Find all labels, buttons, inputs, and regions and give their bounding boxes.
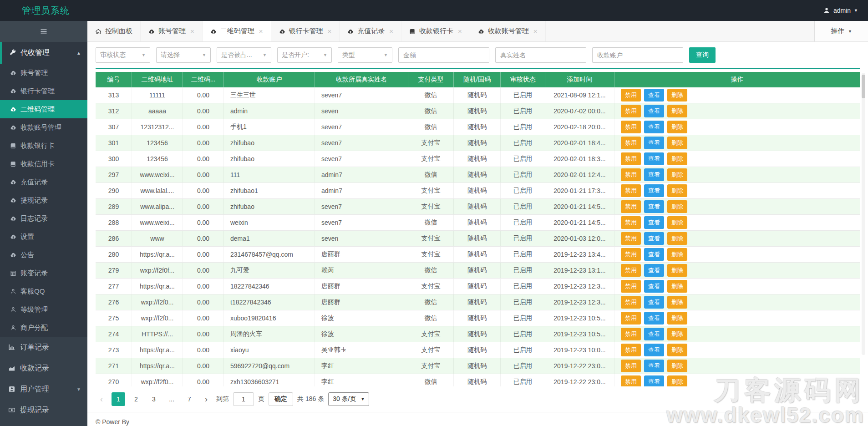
delete-button[interactable]: 删除 [667, 200, 687, 213]
view-button[interactable]: 查看 [644, 264, 664, 277]
filter-select-请选择[interactable]: 请选择▼ [156, 47, 211, 63]
delete-button[interactable]: 删除 [667, 232, 687, 245]
tab-控制面板[interactable]: 控制面板 [87, 21, 141, 41]
disable-button[interactable]: 禁用 [621, 232, 641, 245]
table-scrollbar[interactable] [862, 73, 865, 355]
view-button[interactable]: 查看 [644, 105, 664, 117]
delete-button[interactable]: 删除 [667, 216, 687, 229]
sidebar-item-异常收款[interactable]: 异常收款 [0, 421, 87, 426]
delete-button[interactable]: 删除 [667, 168, 687, 181]
view-button[interactable]: 查看 [644, 89, 664, 101]
disable-button[interactable]: 禁用 [621, 184, 641, 197]
disable-button[interactable]: 禁用 [621, 121, 641, 133]
view-button[interactable]: 查看 [644, 296, 664, 309]
search-button[interactable]: 查询 [689, 47, 716, 63]
disable-button[interactable]: 禁用 [621, 280, 641, 293]
disable-button[interactable]: 禁用 [621, 312, 641, 325]
delete-button[interactable]: 删除 [667, 105, 687, 117]
view-button[interactable]: 查看 [644, 121, 664, 133]
sidebar-item-日志记录[interactable]: 日志记录 [0, 209, 87, 228]
view-button[interactable]: 查看 [644, 375, 664, 386]
view-button[interactable]: 查看 [644, 200, 664, 213]
delete-button[interactable]: 删除 [667, 375, 687, 386]
sidebar-item-收款账号管理[interactable]: 收款账号管理 [0, 118, 87, 137]
sidebar-toggle-button[interactable] [0, 21, 87, 42]
delete-button[interactable]: 删除 [667, 184, 687, 197]
sidebar-item-客服QQ[interactable]: 客服QQ [0, 282, 87, 300]
disable-button[interactable]: 禁用 [621, 375, 641, 386]
close-icon[interactable]: × [389, 27, 393, 35]
sidebar-item-账号管理[interactable]: 账号管理 [0, 64, 87, 82]
scrollbar-thumb[interactable] [862, 75, 865, 98]
tab-银行卡管理[interactable]: 银行卡管理× [271, 21, 340, 41]
filter-input-收款账户[interactable] [592, 47, 683, 63]
disable-button[interactable]: 禁用 [621, 137, 641, 149]
filter-select-是否开户[interactable]: 是否开户:▼ [277, 47, 332, 63]
view-button[interactable]: 查看 [644, 216, 664, 229]
tab-收款账号管理[interactable]: 收款账号管理× [470, 21, 546, 41]
delete-button[interactable]: 删除 [667, 344, 687, 356]
sidebar-item-设置[interactable]: 设置 [0, 228, 87, 246]
sidebar-item-二维码管理[interactable]: 二维码管理 [0, 100, 87, 118]
disable-button[interactable]: 禁用 [621, 152, 641, 165]
sidebar-item-收款信用卡[interactable]: 收款信用卡 [0, 155, 87, 173]
delete-button[interactable]: 删除 [667, 312, 687, 325]
filter-select-审核状态[interactable]: 审核状态▼ [96, 47, 150, 63]
page-button-1[interactable]: 1 [112, 392, 125, 406]
delete-button[interactable]: 删除 [667, 280, 687, 293]
view-button[interactable]: 查看 [644, 328, 664, 340]
delete-button[interactable]: 删除 [667, 152, 687, 165]
page-button-3[interactable]: 3 [147, 392, 161, 406]
user-menu[interactable]: admin ▼ [823, 7, 858, 14]
sidebar-item-公告[interactable]: 公告 [0, 246, 87, 264]
delete-button[interactable]: 删除 [667, 121, 687, 133]
view-button[interactable]: 查看 [644, 280, 664, 293]
view-button[interactable]: 查看 [644, 152, 664, 165]
close-icon[interactable]: × [328, 27, 332, 35]
view-button[interactable]: 查看 [644, 168, 664, 181]
delete-button[interactable]: 删除 [667, 296, 687, 309]
delete-button[interactable]: 删除 [667, 264, 687, 277]
close-icon[interactable]: × [259, 27, 263, 35]
delete-button[interactable]: 删除 [667, 360, 687, 372]
view-button[interactable]: 查看 [644, 312, 664, 325]
disable-button[interactable]: 禁用 [621, 216, 641, 229]
page-button-7[interactable]: 7 [183, 392, 196, 406]
goto-page-input[interactable] [233, 392, 254, 406]
next-page-button[interactable]: › [200, 395, 212, 404]
disable-button[interactable]: 禁用 [621, 200, 641, 213]
view-button[interactable]: 查看 [644, 184, 664, 197]
close-icon[interactable]: × [458, 27, 462, 35]
sidebar-item-收款记录[interactable]: 收款记录 [0, 358, 87, 379]
sidebar-item-用户管理[interactable]: 用户管理▼ [0, 379, 87, 400]
sidebar-item-银行卡管理[interactable]: 银行卡管理 [0, 82, 87, 100]
sidebar-item-充值记录[interactable]: 充值记录 [0, 173, 87, 191]
tab-收款银行卡[interactable]: 收款银行卡× [401, 21, 470, 41]
disable-button[interactable]: 禁用 [621, 344, 641, 356]
sidebar-item-订单记录[interactable]: 订单记录 [0, 337, 87, 358]
sidebar-item-商户分配[interactable]: 商户分配 [0, 319, 87, 337]
disable-button[interactable]: 禁用 [621, 168, 641, 181]
view-button[interactable]: 查看 [644, 137, 664, 149]
sidebar-item-daishou-guanli[interactable]: 代收管理 ▲ [0, 42, 87, 64]
filter-input-真实姓名[interactable] [495, 47, 586, 63]
sidebar-item-提现记录[interactable]: 提现记录 [0, 400, 87, 421]
tab-账号管理[interactable]: 账号管理× [141, 21, 203, 41]
confirm-button[interactable]: 确定 [269, 392, 293, 406]
disable-button[interactable]: 禁用 [621, 105, 641, 117]
sidebar-item-收款银行卡[interactable]: 收款银行卡 [0, 137, 87, 155]
view-button[interactable]: 查看 [644, 232, 664, 245]
filter-select-是否被占[interactable]: 是否被占...▼ [217, 47, 271, 63]
close-icon[interactable]: × [533, 27, 538, 35]
tab-充值记录[interactable]: 充值记录× [340, 21, 401, 41]
delete-button[interactable]: 删除 [667, 328, 687, 340]
sidebar-item-提现记录[interactable]: 提现记录 [0, 191, 87, 209]
disable-button[interactable]: 禁用 [621, 360, 641, 372]
delete-button[interactable]: 删除 [667, 248, 687, 261]
tab-二维码管理[interactable]: 二维码管理× [203, 21, 271, 41]
delete-button[interactable]: 删除 [667, 89, 687, 101]
view-button[interactable]: 查看 [644, 344, 664, 356]
disable-button[interactable]: 禁用 [621, 248, 641, 261]
disable-button[interactable]: 禁用 [621, 328, 641, 340]
filter-select-类型[interactable]: 类型▼ [338, 47, 392, 63]
